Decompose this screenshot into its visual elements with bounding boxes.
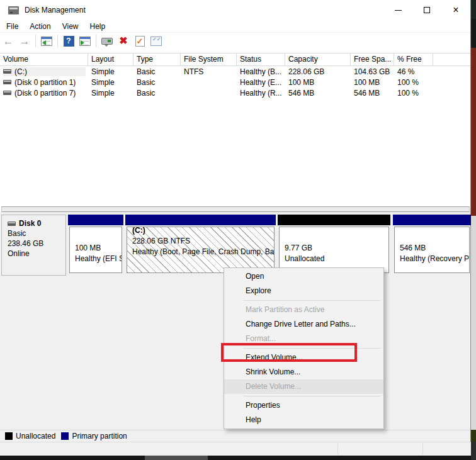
toolbar-separator xyxy=(57,35,58,47)
menu-separator xyxy=(243,348,381,349)
volume-list-view: Volume Layout Type File System Status Ca… xyxy=(0,53,470,206)
pane-splitter[interactable] xyxy=(1,206,470,212)
table-row[interactable]: (Disk 0 partition 7) Simple Basic Health… xyxy=(0,87,470,98)
action-pane-button[interactable] xyxy=(77,33,93,48)
properties-popup-button[interactable] xyxy=(99,33,115,48)
delete-button[interactable]: ✖ xyxy=(115,33,132,48)
partition-color-bar xyxy=(278,215,390,225)
volume-capacity: 228.06 GB xyxy=(285,67,351,76)
menu-file[interactable]: File xyxy=(0,21,24,32)
disk-size: 238.46 GB xyxy=(8,239,65,248)
action-pane-icon xyxy=(79,36,91,46)
legend-label: Unallocated xyxy=(16,432,55,440)
minimize-button[interactable] xyxy=(383,0,412,20)
volume-icon xyxy=(3,69,11,74)
partition-efi[interactable]: 100 MB Healthy (EFI Sy xyxy=(68,215,123,276)
disk-management-app-icon xyxy=(8,6,19,14)
partition-recovery[interactable]: 546 MB Healthy (Recovery Pa xyxy=(393,215,471,276)
menu-item-explore[interactable]: Explore xyxy=(224,284,383,298)
column-header-filler xyxy=(433,53,470,65)
table-row[interactable]: (C:) Simple Basic NTFS Healthy (B... 228… xyxy=(0,66,470,77)
check-document-button[interactable]: ✓ xyxy=(132,33,148,48)
volume-status: Healthy (E... xyxy=(237,78,285,87)
close-button[interactable]: × xyxy=(441,0,470,20)
status-bar xyxy=(0,442,476,456)
volume-layout: Simple xyxy=(88,67,133,76)
volume-free-space: 546 MB xyxy=(351,89,394,98)
forward-button[interactable]: → xyxy=(16,33,33,48)
legend-bar: Unallocated Primary partition xyxy=(0,430,470,442)
disk-name: Disk 0 xyxy=(19,219,41,228)
partition-size: 100 MB xyxy=(75,243,122,254)
menu-help[interactable]: Help xyxy=(84,21,111,32)
partition-title: (C:) xyxy=(132,227,274,236)
volume-layout: Simple xyxy=(88,78,133,87)
partition-c-drive[interactable]: (C:) 228.06 GB NTFS Healthy (Boot, Page … xyxy=(125,215,276,276)
primary-partition-swatch xyxy=(61,432,69,440)
maximize-button[interactable] xyxy=(412,0,441,20)
disk0-info-panel[interactable]: Disk 0 Basic 238.46 GB Online xyxy=(1,215,66,276)
maximize-icon xyxy=(424,7,430,13)
partition-unallocated[interactable]: 9.77 GB Unallocated xyxy=(278,215,390,276)
volume-pct-free: 100 % xyxy=(394,89,433,98)
volume-free-space: 104.63 GB xyxy=(351,67,394,76)
menu-action[interactable]: Action xyxy=(24,21,56,32)
menu-item-extend-volume[interactable]: Extend Volume... xyxy=(224,351,383,365)
menu-item-shrink-volume[interactable]: Shrink Volume... xyxy=(224,365,383,379)
task-list-button[interactable]: ✓✓ xyxy=(148,33,164,48)
menu-view[interactable]: View xyxy=(57,21,84,32)
unallocated-swatch xyxy=(5,432,13,440)
volume-type: Basic xyxy=(133,78,181,87)
close-icon: × xyxy=(453,4,458,16)
legend-primary-partition: Primary partition xyxy=(61,432,127,440)
partition-status: Healthy (Recovery Pa xyxy=(400,254,469,264)
partition-size: 546 MB xyxy=(400,243,469,254)
menu-item-change-drive-letter[interactable]: Change Drive Letter and Paths... xyxy=(224,317,383,332)
column-header-capacity[interactable]: Capacity xyxy=(285,53,351,65)
volume-status: Healthy (B... xyxy=(237,67,285,76)
volume-free-space: 100 MB xyxy=(351,78,394,87)
column-header-layout[interactable]: Layout xyxy=(88,53,133,65)
check-document-icon: ✓ xyxy=(135,36,145,47)
menu-separator xyxy=(243,300,381,301)
menu-item-mark-partition-active: Mark Partition as Active xyxy=(224,303,383,317)
toolbar: ← → ? ✖ ✓ ✓✓ xyxy=(0,33,470,49)
forward-arrow-icon: → xyxy=(20,36,30,47)
window-title: Disk Management xyxy=(25,6,86,14)
legend-label: Primary partition xyxy=(72,432,127,440)
taskbar-edge xyxy=(0,456,476,460)
table-row[interactable]: (Disk 0 partition 1) Simple Basic Health… xyxy=(0,77,470,87)
column-header-free-space[interactable]: Free Spa... xyxy=(351,53,394,65)
column-header-pct-free[interactable]: % Free xyxy=(394,53,433,65)
minimize-icon xyxy=(395,10,402,11)
menu-item-format: Format... xyxy=(224,332,383,346)
partition-size: 228.06 GB NTFS xyxy=(132,236,274,247)
properties-popup-icon xyxy=(101,38,113,45)
toolbar-separator xyxy=(96,35,96,47)
volume-type: Basic xyxy=(133,67,181,76)
column-header-volume[interactable]: Volume xyxy=(0,53,88,65)
volume-pct-free: 100 % xyxy=(394,78,433,87)
help-icon: ? xyxy=(64,36,74,47)
column-header-file-system[interactable]: File System xyxy=(181,53,237,65)
menu-item-properties[interactable]: Properties xyxy=(224,398,383,413)
column-header-status[interactable]: Status xyxy=(237,53,285,65)
menu-separator xyxy=(243,396,381,396)
title-bar: Disk Management × xyxy=(0,0,470,20)
column-header-type[interactable]: Type xyxy=(133,53,181,65)
partition-status: Healthy (EFI Sy xyxy=(75,254,122,264)
console-tree-button[interactable] xyxy=(38,33,55,48)
menu-item-open[interactable]: Open xyxy=(224,269,383,284)
volume-table-header: Volume Layout Type File System Status Ca… xyxy=(0,53,470,66)
back-button[interactable]: ← xyxy=(0,33,16,48)
volume-status: Healthy (R... xyxy=(237,89,285,98)
volume-capacity: 546 MB xyxy=(285,89,351,98)
partition-status: Healthy (Boot, Page File, Crash Dump, Ba… xyxy=(132,247,274,257)
menu-bar: File Action View Help xyxy=(0,20,470,33)
partition-color-bar xyxy=(125,215,276,225)
menu-item-help[interactable]: Help xyxy=(224,413,383,427)
legend-unallocated: Unallocated xyxy=(5,432,55,440)
delete-x-icon: ✖ xyxy=(119,36,127,46)
partition-context-menu: Open Explore Mark Partition as Active Ch… xyxy=(224,267,384,429)
help-button[interactable]: ? xyxy=(60,33,77,48)
